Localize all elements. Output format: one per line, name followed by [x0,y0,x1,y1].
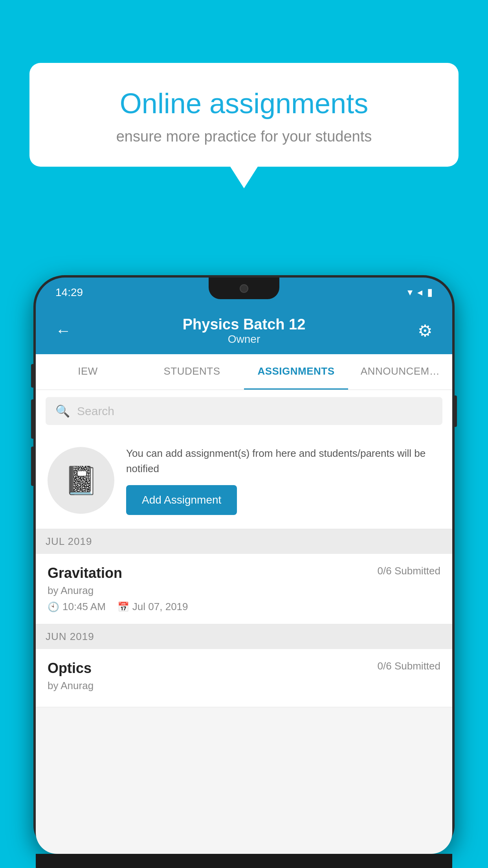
status-time: 14:29 [55,286,83,299]
speech-bubble: Online assignments ensure more practice … [29,63,459,167]
tab-assignments[interactable]: ASSIGNMENTS [244,354,348,390]
clock-icon: 🕙 [48,601,59,612]
assignment-optics[interactable]: Optics 0/6 Submitted by Anurag [36,649,452,707]
assignment-gravitation[interactable]: Gravitation 0/6 Submitted by Anurag 🕙 10… [36,554,452,624]
search-placeholder: Search [77,405,114,418]
assignment-date-value: Jul 07, 2019 [132,601,188,613]
notebook-icon: 📓 [64,464,98,497]
section-header-jun: JUN 2019 [36,624,452,649]
battery-icon: ▮ [427,286,433,298]
assignment-by-optics: by Anurag [48,680,440,692]
assignment-time: 🕙 10:45 AM [48,601,106,613]
assignment-meta-gravitation: 🕙 10:45 AM 📅 Jul 07, 2019 [48,601,440,613]
section-header-jul: JUL 2019 [36,529,452,554]
phone-frame: 14:29 ▾ ◂ ▮ ← Physics Batch 12 Owner ⚙ I… [33,275,455,849]
status-bar: 14:29 ▾ ◂ ▮ [36,278,452,307]
assignment-date: 📅 Jul 07, 2019 [117,601,188,613]
back-button[interactable]: ← [55,322,71,340]
section-label-jul: JUL 2019 [46,535,92,547]
speech-bubble-tail [230,167,258,188]
promo-right: You can add assignment(s) from here and … [126,446,440,515]
tabs-bar: IEW STUDENTS ASSIGNMENTS ANNOUNCEM… [36,354,452,390]
assignment-by-gravitation: by Anurag [48,585,440,597]
assignment-top-optics: Optics 0/6 Submitted [48,660,440,677]
phone-bottom [36,854,452,868]
search-bar-container: 🔍 Search [36,390,452,432]
promo-subtitle: ensure more practice for your students [57,128,431,145]
header-title: Physics Batch 12 [183,316,306,333]
calendar-icon: 📅 [117,601,129,612]
signal-icon: ◂ [417,286,422,298]
promo-icon-circle: 📓 [48,447,114,514]
promo-card: Online assignments ensure more practice … [29,63,459,188]
tab-announcements[interactable]: ANNOUNCEM… [348,354,452,390]
power-button [452,395,457,427]
assignment-top: Gravitation 0/6 Submitted [48,565,440,581]
promo-title: Online assignments [57,86,431,120]
search-icon: 🔍 [55,404,70,418]
volume-up-button [31,399,36,439]
wifi-icon: ▾ [407,286,413,298]
notch [209,278,279,299]
camera [240,284,248,293]
header-subtitle: Owner [183,333,306,346]
add-assignment-button[interactable]: Add Assignment [126,485,237,515]
app-header: ← Physics Batch 12 Owner ⚙ [36,307,452,354]
promo-description: You can add assignment(s) from here and … [126,446,440,476]
volume-down-button [31,447,36,486]
header-title-block: Physics Batch 12 Owner [183,316,306,346]
promo-section: 📓 You can add assignment(s) from here an… [36,432,452,529]
assignment-submitted-optics: 0/6 Submitted [378,660,440,672]
phone-mockup: 14:29 ▾ ◂ ▮ ← Physics Batch 12 Owner ⚙ I… [33,275,455,868]
mute-button [31,364,36,388]
section-label-jun: JUN 2019 [46,631,94,642]
tab-students[interactable]: STUDENTS [140,354,244,390]
assignment-name-optics: Optics [48,660,92,677]
assignment-time-value: 10:45 AM [62,601,106,613]
tab-iew[interactable]: IEW [36,354,140,390]
settings-icon[interactable]: ⚙ [418,321,433,340]
status-icons: ▾ ◂ ▮ [407,286,433,298]
assignment-submitted-gravitation: 0/6 Submitted [378,565,440,577]
assignment-name-gravitation: Gravitation [48,565,122,581]
phone-screen: 🔍 Search 📓 You can add assignment(s) fro… [36,390,452,854]
search-bar[interactable]: 🔍 Search [46,397,442,425]
